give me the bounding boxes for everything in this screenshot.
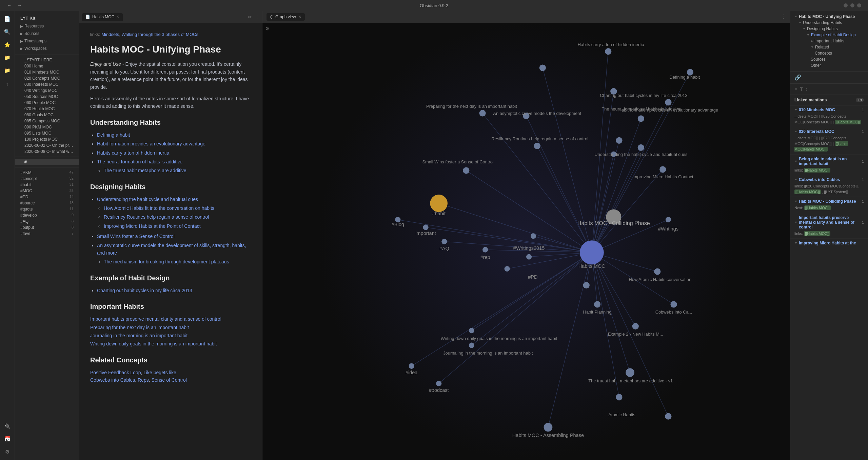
link-habit-cycle[interactable]: Understanding the habit cycle and habitu… xyxy=(97,197,198,202)
sort-order-icon[interactable]: ↕ xyxy=(806,86,808,92)
mention-group-mindsets-title[interactable]: ▼ 010 Mindsets MOC 1 xyxy=(794,107,864,112)
link-small-wins[interactable]: Small Wins foster a Sense of Control xyxy=(97,234,175,239)
mention-group-adapt-title[interactable]: ▼ Being able to adapt is an important ha… xyxy=(794,157,864,166)
sidebar-item-start[interactable]: _START HERE xyxy=(15,57,79,63)
sidebar-item-health[interactable]: 070 Health MOC xyxy=(15,106,79,112)
graph-node-small-wins[interactable] xyxy=(463,167,469,174)
graph-node-evolutionary[interactable] xyxy=(665,99,671,105)
link-atomic[interactable]: How Atomic Habits fit into the conversat… xyxy=(104,205,214,211)
sidebar-tag-fave[interactable]: #fave 7 xyxy=(15,231,79,237)
link-3phases[interactable]: Walking through the 3 phases of MOCs xyxy=(122,32,198,37)
graph-node-preparing[interactable] xyxy=(479,110,486,116)
outline-item-important[interactable]: ▶ Important Habits xyxy=(790,38,868,44)
sidebar-tag-pd[interactable]: #PD 14 xyxy=(15,194,79,200)
sidebar-tag-concept[interactable]: #concept 32 xyxy=(15,176,79,182)
link-inertia[interactable]: Habits carry a ton of hidden inertia xyxy=(97,150,169,156)
graph-node-habits-moc[interactable] xyxy=(580,240,604,264)
edit-icon[interactable]: ✏ xyxy=(248,14,252,20)
graph-node-resiliency[interactable] xyxy=(534,143,540,149)
sidebar-item-goals[interactable]: 080 Goals MOC xyxy=(15,112,79,118)
folder-open-icon[interactable]: 📁 xyxy=(2,52,13,63)
sidebar-tag-output[interactable]: #output 8 xyxy=(15,224,79,231)
sidebar-item-mindsets[interactable]: 010 Mindsets MOC xyxy=(15,69,79,75)
list-icon[interactable]: ≡ xyxy=(794,86,797,92)
graph-node-idea[interactable] xyxy=(409,363,414,369)
link-micro-habits[interactable]: Improving Micro Habits at the Point of C… xyxy=(104,223,201,229)
graph-node-goals[interactable] xyxy=(469,328,474,333)
link-mindsets[interactable]: Mindsets xyxy=(101,32,119,37)
link-cobwebs[interactable]: Cobwebs into Cables xyxy=(90,377,135,383)
link-charting[interactable]: Charting out habit cycles in my life cir… xyxy=(97,288,192,293)
graph-node-habit-cycle[interactable] xyxy=(638,144,644,151)
tab-close-icon[interactable]: ✕ xyxy=(116,15,119,19)
sort-icon[interactable]: ↕ xyxy=(2,78,13,89)
sidebar-tag-source[interactable]: #source 13 xyxy=(15,200,79,206)
graph-node-truest[interactable] xyxy=(626,368,634,377)
outline-item-concepts[interactable]: Concepts xyxy=(790,50,868,56)
link-chain-icon[interactable]: 🔗 xyxy=(794,75,801,80)
sidebar-tag-pkm[interactable]: #PKM 47 xyxy=(15,169,79,176)
outline-item-unifying[interactable]: ▼ Habits MOC - Unifying Phase xyxy=(790,14,868,20)
graph-close-icon[interactable]: ✕ xyxy=(298,15,301,19)
outline-item-understanding[interactable]: ▼ Understanding Habits xyxy=(790,20,868,26)
sidebar-item-sources[interactable]: 050 Sources MOC xyxy=(15,94,79,100)
link-truest[interactable]: The truest habit metaphors are additive xyxy=(104,168,186,173)
sidebar-group-workspaces-title[interactable]: ▶ Workspaces xyxy=(15,45,79,52)
sidebar-item-home[interactable]: 000 Home xyxy=(15,63,79,69)
graph-node-writings[interactable] xyxy=(666,217,671,222)
sidebar-group-sources-title[interactable]: ▶ Sources xyxy=(15,30,79,37)
graph-node-writings2015[interactable] xyxy=(526,254,532,260)
outline-item-designing[interactable]: ▼ Designing Habits xyxy=(790,26,868,32)
graph-node-breaking[interactable] xyxy=(539,64,546,71)
close-button[interactable] xyxy=(857,3,861,7)
more-options-icon[interactable]: ⋮ xyxy=(255,14,259,20)
sidebar-item-projects[interactable]: 100 Projects MOC xyxy=(15,136,79,142)
search-icon[interactable]: 🔍 xyxy=(2,26,13,37)
sidebar-item-writings[interactable]: 040 Writings MOC xyxy=(15,87,79,94)
graph-node-pd2[interactable] xyxy=(531,233,536,239)
outline-item-other[interactable]: Other xyxy=(790,62,868,68)
mention-group-clarity-title[interactable]: ▼ Important habits preserve mental clari… xyxy=(794,215,864,229)
sidebar-item-note1[interactable]: 2020-06-02 O- On the pro... xyxy=(15,142,79,148)
graph-node-important[interactable] xyxy=(423,225,428,230)
mention-group-interests-title[interactable]: ▼ 030 Interests MOC 1 xyxy=(794,129,864,134)
mention-group-micro-title[interactable]: ▼ Improving Micro Habits at the xyxy=(794,241,864,245)
link-mechanism[interactable]: The mechanism for breaking through devel… xyxy=(104,259,229,264)
outline-item-sources[interactable]: Sources xyxy=(790,56,868,62)
minimize-button[interactable] xyxy=(844,3,848,7)
link-asymptotic[interactable]: An asymptotic curve models the developme… xyxy=(97,243,246,256)
outline-item-example[interactable]: ▼ Example of Habit Design xyxy=(790,32,868,38)
graph-node-habit-concepts[interactable] xyxy=(665,413,671,419)
sidebar-item-pkm[interactable]: 090 PKM MOC xyxy=(15,124,79,130)
outline-item-related[interactable]: ▼ Related xyxy=(790,44,868,50)
graph-node-inertia[interactable] xyxy=(605,48,611,55)
graph-node-resiliency-routines[interactable] xyxy=(583,282,590,288)
maximize-button[interactable] xyxy=(850,3,854,7)
mention-group-colliding-title[interactable]: ▼ Habits MOC - Colliding Phase 1 xyxy=(794,199,864,204)
link-like-begets[interactable]: Like begets like xyxy=(143,370,176,375)
graph-node-rep[interactable] xyxy=(482,247,488,253)
folder-icon[interactable]: 📁 xyxy=(2,65,13,76)
text-icon[interactable]: T xyxy=(800,86,803,92)
editor-tab-habits-moc[interactable]: 📄 Habits MOC ✕ xyxy=(82,13,123,21)
graph-node-assembling[interactable] xyxy=(544,423,553,432)
link-evolutionary[interactable]: Habit formation provides an evolutionary… xyxy=(97,141,205,146)
sidebar-item-lists[interactable]: 095 Lists MOC xyxy=(15,130,79,136)
graph-node-aq[interactable] xyxy=(441,239,447,244)
sidebar-item-tags-hash[interactable]: # xyxy=(15,159,79,165)
graph-node-podcast[interactable] xyxy=(436,381,441,386)
nav-back-button[interactable]: ← xyxy=(5,2,13,9)
graph-node-journaling[interactable] xyxy=(469,343,474,348)
plugin-icon[interactable]: 🔌 xyxy=(2,421,13,432)
sidebar-item-concepts[interactable]: 020 Concepts MOC xyxy=(15,75,79,81)
link-sense-control[interactable]: Sense of Control xyxy=(152,377,187,383)
link-important-4[interactable]: Writing down daily goals in the morning … xyxy=(90,340,251,347)
graph-node-habit-planning[interactable] xyxy=(594,301,600,307)
nav-forward-button[interactable]: → xyxy=(16,2,23,9)
graph-node-cobwebs[interactable] xyxy=(670,301,677,307)
link-resiliency[interactable]: Resiliency Routines help regain a sense … xyxy=(104,214,209,220)
graph-node-micro[interactable] xyxy=(659,166,666,173)
sidebar-item-note2[interactable]: 2020-08-08 O- In what way... xyxy=(15,148,79,155)
sidebar-item-compass[interactable]: 085 Compass MOC xyxy=(15,118,79,124)
sidebar-tag-aq[interactable]: #AQ 8 xyxy=(15,218,79,224)
